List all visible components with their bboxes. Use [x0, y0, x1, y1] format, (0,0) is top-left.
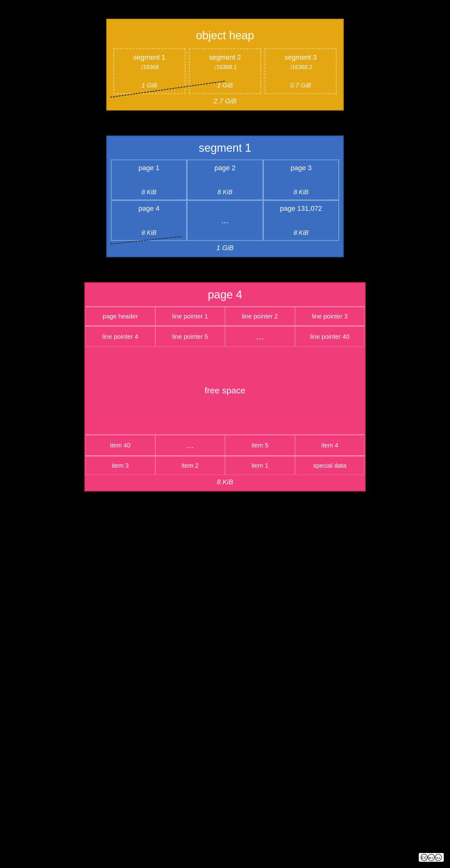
- heap-total-size: 2.7 GiB: [107, 97, 343, 105]
- segment1-total-size: 1 GiB: [107, 244, 343, 252]
- object-heap-diagram: object heap segment 1 ./16368 1 GiB segm…: [106, 19, 344, 111]
- page-box-last: page 131,072 8 KiB: [263, 200, 339, 241]
- page4-size: 8 KiB: [142, 229, 157, 236]
- segment3-size: 0.7 GiB: [290, 82, 311, 89]
- segment-box-3: segment 3 ./16368.2 0.7 GiB: [265, 49, 337, 94]
- free-space-label: free space: [205, 385, 246, 396]
- page4-cell-lp2: line pointer 2: [225, 307, 295, 326]
- segment3-name: segment 3: [285, 53, 317, 62]
- object-heap-title: object heap: [113, 26, 337, 49]
- license-badge: CC BY SA: [419, 853, 444, 862]
- pages-ellipsis: ...: [221, 215, 228, 225]
- page4-cell-dots2: ...: [155, 435, 225, 456]
- page4-top-row1: page header line pointer 1 line pointer …: [85, 306, 365, 326]
- page-box-4: page 4 8 KiB: [111, 200, 187, 241]
- page4-cell-lp1: line pointer 1: [155, 307, 225, 326]
- page2-name: page 2: [215, 164, 235, 172]
- page3-size: 8 KiB: [293, 189, 308, 196]
- segment-box-1: segment 1 ./16368 1 GiB: [113, 49, 185, 94]
- page4-cell-item5: item 5: [225, 435, 295, 456]
- page4-total-size: 8 KiB: [85, 478, 365, 486]
- page1-size: 8 KiB: [142, 189, 157, 196]
- page4-cell-dots: ...: [225, 326, 295, 347]
- svg-text:CC: CC: [421, 856, 427, 860]
- page-box-1: page 1 8 KiB: [111, 160, 187, 200]
- page2-size: 8 KiB: [218, 189, 232, 196]
- segment1-file: ./16368: [140, 64, 159, 70]
- segment1-size: 1 GiB: [142, 82, 157, 89]
- cc-icon: CC BY SA: [419, 853, 444, 862]
- page4-cell-page-header: page header: [85, 307, 155, 326]
- page1-name: page 1: [138, 164, 159, 172]
- pages-grid: page 1 8 KiB page 2 8 KiB page 3 8 KiB p…: [107, 160, 343, 241]
- page4-bottom-row2: item 3 item 2 item 1 special data: [85, 456, 365, 475]
- segment1-diagram: segment 1 page 1 8 KiB page 2 8 KiB page…: [106, 135, 344, 257]
- segment3-file: ./16368.2: [289, 64, 312, 70]
- free-space-area: free space: [85, 347, 365, 434]
- segment-box-2: segment 2 ./16368.1 1 GiB: [189, 49, 261, 94]
- page4-name: page 4: [138, 205, 159, 213]
- segment2-file: ./16368.1: [213, 64, 236, 70]
- page4-cell-item3: item 3: [85, 456, 155, 475]
- page4-bottom-row1: item 40 ... item 5 item 4: [85, 434, 365, 456]
- segment2-size: 1 GiB: [217, 82, 233, 89]
- svg-text:BY: BY: [429, 856, 434, 860]
- segment1-name: segment 1: [134, 53, 166, 62]
- page-box-3: page 3 8 KiB: [263, 160, 339, 200]
- page-box-2: page 2 8 KiB: [187, 160, 263, 200]
- page4-cell-item2: item 2: [155, 456, 225, 475]
- page4-cell-special: special data: [295, 456, 365, 475]
- page-last-name: page 131,072: [280, 205, 322, 213]
- page4-cell-lp5: line pointer 5: [155, 326, 225, 347]
- page4-cell-item1: item 1: [225, 456, 295, 475]
- page4-cell-lp4: line pointer 4: [85, 326, 155, 347]
- segment1-title: segment 1: [107, 136, 343, 160]
- page3-name: page 3: [291, 164, 312, 172]
- segment2-name: segment 2: [209, 53, 241, 62]
- page4-top-row2: line pointer 4 line pointer 5 ... line p…: [85, 326, 365, 347]
- page4-cell-item4: item 4: [295, 435, 365, 456]
- page4-cell-lp40: line pointer 40: [295, 326, 365, 347]
- page-last-size: 8 KiB: [293, 229, 308, 236]
- page4-diagram: page 4 page header line pointer 1 line p…: [84, 282, 366, 491]
- segments-row: segment 1 ./16368 1 GiB segment 2 ./1636…: [113, 49, 337, 94]
- page4-title: page 4: [85, 283, 365, 306]
- page4-cell-lp3: line pointer 3: [295, 307, 365, 326]
- svg-text:SA: SA: [436, 856, 441, 860]
- page4-cell-item40: item 40: [85, 435, 155, 456]
- page-box-dots: ...: [187, 200, 263, 241]
